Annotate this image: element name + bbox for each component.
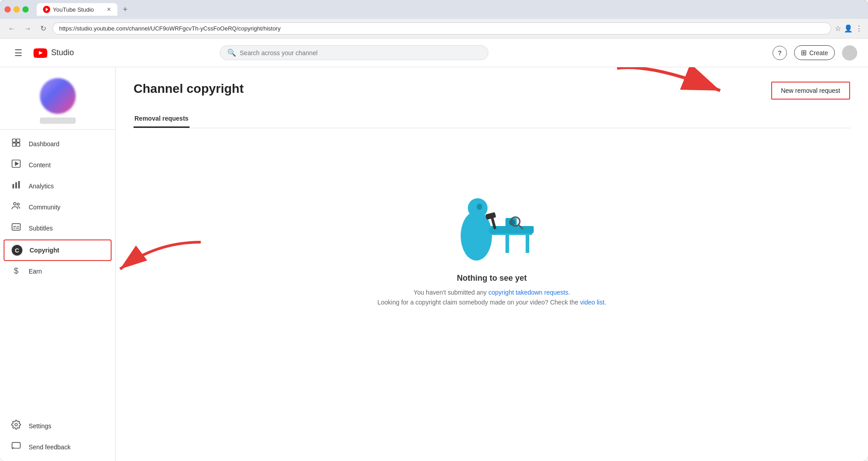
dashboard-icon — [11, 138, 22, 150]
search-input[interactable] — [240, 49, 481, 57]
tab-favicon-icon — [43, 6, 50, 13]
create-icon: ⊞ — [801, 48, 807, 57]
earn-label: Earn — [29, 268, 42, 275]
channel-name — [40, 117, 76, 124]
empty-desc-line2: Looking for a copyright claim somebody m… — [377, 299, 516, 306]
svg-rect-9 — [15, 183, 17, 189]
sidebar-item-earn[interactable]: $ Earn — [0, 262, 115, 280]
url-text: https://studio.youtube.com/channel/UCF9o… — [59, 25, 825, 32]
page-header: Channel copyright — [134, 82, 850, 100]
community-icon — [11, 201, 22, 213]
profile-icon[interactable]: 👤 — [844, 24, 853, 33]
new-tab-button[interactable]: + — [119, 3, 131, 16]
your-italic: your — [516, 299, 528, 306]
tabs-row: Removal requests — [134, 110, 850, 128]
empty-state-description: You haven't submitted any copyright take… — [377, 287, 606, 308]
content-label: Content — [29, 161, 51, 169]
search-input-wrap[interactable]: 🔍 — [220, 45, 488, 60]
traffic-lights — [4, 6, 29, 13]
analytics-icon — [11, 180, 22, 192]
active-tab[interactable]: YouTube Studio ✕ — [37, 3, 117, 16]
svg-marker-7 — [15, 162, 18, 165]
page-content: Channel copyright — [116, 67, 868, 461]
empty-desc-line2-end: . — [605, 299, 606, 306]
svg-rect-4 — [13, 143, 16, 146]
bookmark-icon[interactable]: ☆ — [835, 24, 841, 33]
logo-area: Studio — [33, 48, 74, 58]
content-icon — [11, 159, 22, 171]
settings-icon — [11, 420, 22, 432]
empty-state: Nothing to see yet You haven't submitted… — [134, 146, 850, 326]
sidebar-item-dashboard[interactable]: Dashboard — [0, 133, 115, 154]
main-layout: Dashboard Content — [0, 67, 868, 461]
new-removal-request-button[interactable]: New removal request — [771, 82, 850, 100]
empty-desc-line2-mid: video? Check the — [528, 299, 580, 306]
tab-close-icon[interactable]: ✕ — [107, 6, 111, 13]
tab-title: YouTube Studio — [53, 6, 94, 13]
empty-desc-line1: You haven't submitted any — [414, 289, 488, 296]
svg-rect-8 — [13, 184, 14, 188]
copyright-takedown-link[interactable]: copyright takedown requests — [488, 289, 568, 296]
channel-info — [0, 71, 115, 130]
app-wrapper: ☰ Studio 🔍 ? — [0, 39, 868, 461]
svg-point-11 — [14, 203, 17, 205]
minimize-button[interactable] — [13, 6, 20, 13]
browser-navbar: ← → ↻ https://studio.youtube.com/channel… — [0, 19, 868, 39]
analytics-label: Analytics — [29, 183, 54, 190]
forward-button[interactable]: → — [22, 23, 34, 35]
back-button[interactable]: ← — [5, 23, 18, 35]
studio-label: Studio — [51, 48, 74, 57]
svg-rect-25 — [526, 235, 529, 253]
removal-requests-tab[interactable]: Removal requests — [134, 110, 190, 128]
browser-frame: YouTube Studio ✕ + ← → ↻ https://studio.… — [0, 0, 868, 461]
svg-rect-5 — [17, 143, 20, 146]
sidebar-item-content[interactable]: Content — [0, 154, 115, 175]
illustration — [443, 173, 541, 263]
page-content-inner: Channel copyright — [134, 82, 850, 326]
feedback-label: Send feedback — [29, 444, 70, 451]
video-list-link[interactable]: video list — [580, 299, 604, 306]
hamburger-menu[interactable]: ☰ — [11, 44, 26, 62]
create-label: Create — [809, 49, 828, 57]
browser-titlebar: YouTube Studio ✕ + — [0, 0, 868, 19]
search-bar: 🔍 — [220, 45, 488, 60]
svg-rect-10 — [18, 181, 20, 189]
sidebar-item-analytics[interactable]: Analytics — [0, 175, 115, 196]
sidebar-item-subtitles[interactable]: Subtitles — [0, 217, 115, 239]
sidebar-item-copyright[interactable]: C Copyright — [4, 239, 112, 261]
svg-rect-32 — [485, 212, 496, 220]
svg-point-18 — [15, 423, 17, 426]
subtitles-icon — [11, 222, 22, 234]
tab-area: YouTube Studio ✕ + — [37, 3, 131, 16]
arrow-right-annotation — [608, 67, 734, 110]
feedback-icon — [11, 441, 22, 453]
address-bar[interactable]: https://studio.youtube.com/channel/UCF9o… — [52, 22, 831, 35]
settings-label: Settings — [29, 422, 52, 430]
app-header: ☰ Studio 🔍 ? — [0, 39, 868, 67]
svg-rect-2 — [13, 139, 16, 142]
create-button[interactable]: ⊞ Create — [794, 45, 835, 60]
earn-icon: $ — [11, 266, 22, 276]
refresh-button[interactable]: ↻ — [38, 22, 49, 35]
help-button[interactable]: ? — [773, 46, 787, 60]
sidebar-item-community[interactable]: Community — [0, 196, 115, 217]
svg-rect-3 — [17, 139, 20, 142]
community-label: Community — [29, 204, 60, 211]
sidebar-item-feedback[interactable]: Send feedback — [0, 436, 115, 457]
dashboard-label: Dashboard — [29, 140, 60, 148]
nav-right-icons: ☆ 👤 ⋮ — [835, 24, 863, 33]
menu-icon[interactable]: ⋮ — [855, 24, 863, 33]
copyright-icon: C — [12, 245, 22, 256]
subtitles-label: Subtitles — [29, 225, 53, 232]
page-title: Channel copyright — [134, 82, 244, 96]
empty-state-title: Nothing to see yet — [457, 274, 527, 283]
copyright-label: Copyright — [30, 247, 59, 254]
youtube-logo — [33, 48, 48, 58]
avatar[interactable] — [842, 45, 857, 61]
close-button[interactable] — [4, 6, 11, 13]
svg-rect-13 — [12, 224, 20, 230]
svg-point-12 — [17, 203, 19, 205]
sidebar-item-settings[interactable]: Settings — [0, 415, 115, 436]
svg-point-29 — [477, 204, 482, 210]
maximize-button[interactable] — [22, 6, 29, 13]
